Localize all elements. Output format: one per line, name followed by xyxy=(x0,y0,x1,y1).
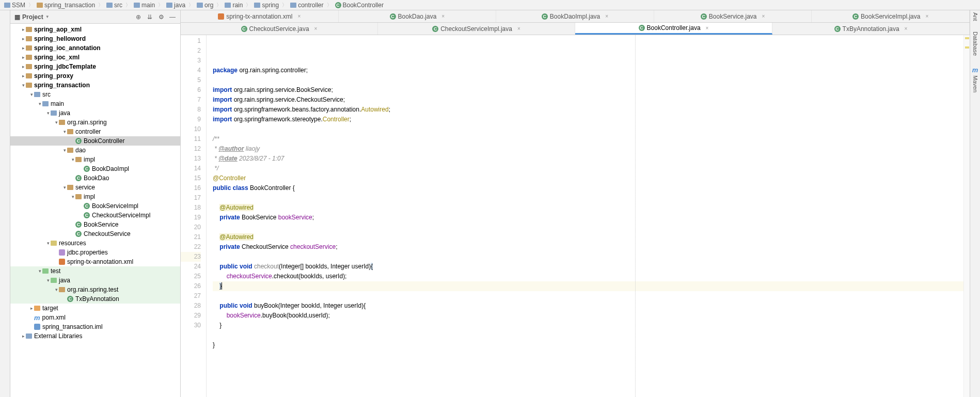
line-number[interactable]: 25 xyxy=(181,272,201,281)
tree-item[interactable]: ▸spring_ioc_xml xyxy=(10,53,180,62)
marker-warning[interactable] xyxy=(965,37,969,39)
code-line[interactable]: } xyxy=(213,321,963,330)
code-line[interactable]: bookService.buyBook(bookId,userId); xyxy=(213,311,963,321)
tree-item[interactable]: ▾impl xyxy=(10,155,180,164)
line-number[interactable]: 13 xyxy=(181,154,201,164)
editor-tab[interactable]: CCheckoutServiceImpl.java× xyxy=(378,23,575,35)
close-icon[interactable]: × xyxy=(762,13,765,19)
project-tree[interactable]: ▸spring_aop_xml▸spring_helloword▸spring_… xyxy=(10,24,180,397)
line-number[interactable]: 27 xyxy=(181,291,201,301)
code-line[interactable] xyxy=(213,252,963,262)
editor-tab[interactable]: CBookService.java× xyxy=(654,10,812,22)
line-number[interactable]: 22 xyxy=(181,242,201,252)
code-line[interactable]: public void buyBook(Integer bookId, Inte… xyxy=(213,301,963,311)
tree-item[interactable]: ▾service xyxy=(10,183,180,192)
tree-arrow-icon[interactable]: ▾ xyxy=(29,92,34,97)
editor-tab[interactable]: CBookController.java× xyxy=(575,23,772,35)
code-line[interactable]: @Autowired xyxy=(213,203,963,213)
tree-arrow-icon[interactable]: ▾ xyxy=(62,129,67,134)
tree-arrow-icon[interactable]: ▸ xyxy=(21,64,26,69)
code-line[interactable] xyxy=(213,350,963,360)
code-line[interactable]: @Controller xyxy=(213,173,963,183)
breadcrumb-item[interactable]: src xyxy=(104,2,124,9)
code-line[interactable]: checkoutService.checkout(bookIds, userId… xyxy=(213,272,963,281)
breadcrumb-item[interactable]: CBookController xyxy=(333,2,386,9)
code-line[interactable]: private CheckoutService checkoutService; xyxy=(213,242,963,252)
code-line[interactable]: import org.springframework.beans.factory… xyxy=(213,105,963,115)
hide-icon[interactable]: — xyxy=(169,13,176,21)
tree-item[interactable]: ▾controller xyxy=(10,127,180,136)
code-line[interactable]: * @author liaojy xyxy=(213,144,963,154)
code-line[interactable] xyxy=(213,291,963,301)
line-number[interactable]: 23 xyxy=(181,252,201,262)
tree-item[interactable]: ▸CBookServiceImpl xyxy=(10,201,180,211)
code-line[interactable]: * @date 2023/8/27 - 1:07 xyxy=(213,154,963,164)
tree-item[interactable]: ▸target xyxy=(10,304,180,313)
tree-item[interactable]: ▾test xyxy=(10,266,180,276)
code-line[interactable]: */ xyxy=(213,164,963,173)
line-number[interactable]: 19 xyxy=(181,213,201,223)
tree-arrow-icon[interactable]: ▾ xyxy=(70,157,75,162)
tree-arrow-icon[interactable]: ▸ xyxy=(21,73,26,78)
code-line[interactable] xyxy=(213,124,963,134)
tree-item[interactable]: ▸spring_helloword xyxy=(10,34,180,43)
line-number[interactable]: 18 xyxy=(181,203,201,213)
breadcrumb-item[interactable]: spring_transaction xyxy=(35,2,97,9)
line-number[interactable]: 17 xyxy=(181,193,201,203)
line-number[interactable]: 15 xyxy=(181,173,201,183)
sidebar-title[interactable]: Project xyxy=(22,13,43,21)
breadcrumb-item[interactable]: rain xyxy=(223,2,245,9)
code-line[interactable]: import org.rain.spring.service.BookServi… xyxy=(213,85,963,95)
breadcrumb-item[interactable]: controller xyxy=(288,2,325,9)
line-gutter[interactable]: 1234567891011121314151617181920212223242… xyxy=(181,35,207,397)
tree-item[interactable]: ▸mpom.xml xyxy=(10,313,180,322)
code-line[interactable] xyxy=(213,330,963,340)
tree-item[interactable]: ▸spring_ioc_annotation xyxy=(10,43,180,53)
editor-tab[interactable]: CBookDao.java× xyxy=(339,10,497,22)
code-line[interactable]: private BookService bookService; xyxy=(213,213,963,223)
close-icon[interactable]: × xyxy=(517,26,520,31)
editor-tab[interactable]: CTxByAnnotation.java× xyxy=(772,23,970,35)
locate-icon[interactable]: ⊕ xyxy=(135,13,142,21)
line-number[interactable]: 3 xyxy=(181,56,201,66)
editor-tab[interactable]: CBookDaoImpl.java× xyxy=(496,10,654,22)
tree-item[interactable]: ▾java xyxy=(10,276,180,285)
editor-tab[interactable]: spring-tx-annotation.xml× xyxy=(181,10,339,22)
breadcrumb-item[interactable]: main xyxy=(132,2,157,9)
tree-arrow-icon[interactable]: ▸ xyxy=(29,306,34,311)
breadcrumb-item[interactable]: org xyxy=(195,2,215,9)
close-icon[interactable]: × xyxy=(706,25,709,31)
tree-item[interactable]: ▸CCheckoutService xyxy=(10,229,180,239)
line-number[interactable]: 12 xyxy=(181,144,201,154)
line-number[interactable]: 10 xyxy=(181,124,201,134)
code-line[interactable]: } xyxy=(213,340,963,350)
code-line[interactable]: import org.rain.spring.service.CheckoutS… xyxy=(213,95,963,105)
tree-item[interactable]: ▾spring_transaction xyxy=(10,81,180,90)
tree-arrow-icon[interactable]: ▸ xyxy=(21,36,26,41)
tree-arrow-icon[interactable]: ▾ xyxy=(54,120,59,125)
close-icon[interactable]: × xyxy=(925,13,928,19)
tree-item[interactable]: ▸CBookService xyxy=(10,220,180,229)
tool-window-button[interactable]: m Maven xyxy=(972,66,978,92)
tree-arrow-icon[interactable]: ▾ xyxy=(62,185,67,190)
editor-tab[interactable]: CBookServiceImpl.java× xyxy=(812,10,970,22)
line-number[interactable]: 14 xyxy=(181,164,201,173)
close-icon[interactable]: × xyxy=(905,26,908,31)
tree-item[interactable]: ▸CTxByAnnotation xyxy=(10,294,180,304)
tree-item[interactable]: ▸CCheckoutServiceImpl xyxy=(10,211,180,220)
tree-item[interactable]: ▸CBookController xyxy=(10,136,180,146)
code-line[interactable]: import org.springframework.stereotype.Co… xyxy=(213,115,963,124)
tree-arrow-icon[interactable]: ▸ xyxy=(21,55,26,60)
tree-item[interactable]: ▾src xyxy=(10,90,180,99)
breadcrumb-item[interactable]: SSM xyxy=(2,2,27,9)
line-number[interactable]: 2 xyxy=(181,46,201,56)
close-icon[interactable]: × xyxy=(297,13,301,19)
tree-item[interactable]: ▸spring_jdbcTemplate xyxy=(10,62,180,71)
tree-arrow-icon[interactable]: ▾ xyxy=(54,287,59,292)
tree-item[interactable]: ▾dao xyxy=(10,146,180,155)
line-number[interactable]: 1 xyxy=(181,36,201,46)
chevron-down-icon[interactable]: ▼ xyxy=(45,14,50,19)
tree-arrow-icon[interactable]: ▾ xyxy=(45,110,51,116)
tree-arrow-icon[interactable]: ▸ xyxy=(21,334,26,339)
code-line[interactable]: public void checkout(Integer[] bookIds, … xyxy=(213,262,963,272)
